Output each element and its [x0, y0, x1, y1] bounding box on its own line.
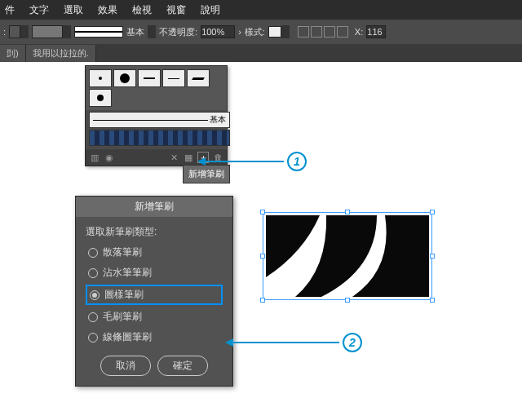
control-bar: : 基本 不透明度: 100% › 樣式: X: 116	[0, 20, 522, 44]
bbox-handle[interactable]	[430, 254, 435, 259]
brush-thumb[interactable]	[138, 69, 161, 87]
fill-swatch[interactable]	[9, 25, 20, 38]
radio-calligraphic-brush[interactable]: 沾水筆筆刷	[86, 264, 223, 281]
bbox-handle[interactable]	[260, 298, 265, 303]
align-icon-4[interactable]	[337, 26, 348, 38]
radio-art-brush[interactable]: 線條圖筆刷	[86, 329, 223, 346]
opacity-value[interactable]: 100%	[201, 25, 235, 38]
stroke-caret-icon[interactable]	[63, 25, 71, 38]
bbox-handle[interactable]	[430, 298, 435, 303]
document-tab-0[interactable]: 剅)	[0, 45, 26, 62]
brush-thumb[interactable]	[162, 69, 185, 87]
brush-basic-label: 基本	[126, 26, 144, 38]
bbox-handle[interactable]	[430, 210, 435, 214]
stroke-color-swatch[interactable]	[32, 25, 63, 38]
app-menubar: 件 文字 選取 效果 檢視 視窗 說明	[0, 0, 522, 20]
brush-thumb[interactable]	[113, 69, 136, 87]
bbox-handle[interactable]	[260, 210, 265, 214]
document-tab-1[interactable]: 我用以拉拉的.	[26, 45, 96, 62]
brush-pattern-row[interactable]	[89, 130, 230, 146]
radio-scatter-brush[interactable]: 散落筆刷	[86, 244, 223, 261]
fill-caret-icon[interactable]	[20, 25, 29, 38]
radio-bristle-brush[interactable]: 毛刷筆刷	[86, 308, 223, 325]
radio-label: 線條圖筆刷	[103, 330, 152, 344]
menu-text[interactable]: 文字	[29, 3, 49, 17]
cc-libraries-icon[interactable]: ◉	[104, 152, 115, 163]
callout-1: 1	[197, 152, 307, 171]
radio-label: 沾水筆筆刷	[103, 266, 152, 280]
align-icon-3[interactable]	[324, 26, 335, 38]
bbox-handle[interactable]	[345, 210, 350, 214]
cancel-button[interactable]: 取消	[100, 356, 151, 376]
callout-2: 2	[225, 333, 362, 352]
menu-view[interactable]: 檢視	[132, 3, 152, 17]
brush-basic-row[interactable]: 基本	[89, 112, 230, 128]
brush-libraries-icon[interactable]: ▥	[89, 152, 100, 163]
ok-button[interactable]: 確定	[157, 356, 208, 376]
radio-label: 散落筆刷	[103, 245, 142, 259]
radio-label: 毛刷筆刷	[103, 310, 142, 324]
new-brush-dialog: 新增筆刷 選取新筆刷類型: 散落筆刷 沾水筆筆刷 圖樣筆刷 毛刷筆刷 線條圖筆刷…	[75, 196, 233, 387]
radio-pattern-brush[interactable]: 圖樣筆刷	[86, 285, 223, 305]
brush-basic-label: 基本	[208, 114, 226, 126]
dialog-prompt: 選取新筆刷類型:	[86, 225, 223, 239]
bbox-handle[interactable]	[345, 298, 350, 303]
brush-thumb[interactable]	[89, 69, 112, 87]
dialog-title: 新增筆刷	[76, 197, 232, 217]
brush-thumb[interactable]	[89, 89, 112, 107]
radio-label: 圖樣筆刷	[104, 288, 144, 302]
align-icon-2[interactable]	[311, 26, 322, 38]
selected-artwork[interactable]	[263, 212, 432, 300]
callout-number: 1	[287, 152, 307, 171]
menu-select[interactable]: 選取	[64, 3, 83, 17]
options-icon[interactable]: ▦	[183, 152, 194, 163]
style-swatch[interactable]	[268, 26, 281, 38]
align-icon-1[interactable]	[298, 26, 309, 38]
brush-caret-icon[interactable]	[148, 25, 156, 38]
menu-effect[interactable]: 效果	[98, 3, 117, 17]
style-label: 樣式:	[245, 26, 265, 38]
x-value[interactable]: 116	[366, 25, 386, 38]
opacity-label: 不透明度:	[159, 26, 197, 38]
menu-file[interactable]: 件	[5, 3, 15, 17]
callout-number: 2	[343, 333, 362, 352]
brush-thumb[interactable]	[187, 69, 210, 87]
x-label: X:	[355, 27, 363, 37]
brush-definition[interactable]	[74, 26, 123, 38]
remove-stroke-icon[interactable]: ✕	[168, 152, 179, 163]
menu-help[interactable]: 說明	[201, 3, 220, 17]
document-tabs: 剅) 我用以拉拉的.	[0, 44, 522, 62]
menu-window[interactable]: 視窗	[166, 3, 186, 17]
style-caret-icon[interactable]	[281, 25, 290, 38]
bbox-handle[interactable]	[260, 254, 265, 259]
